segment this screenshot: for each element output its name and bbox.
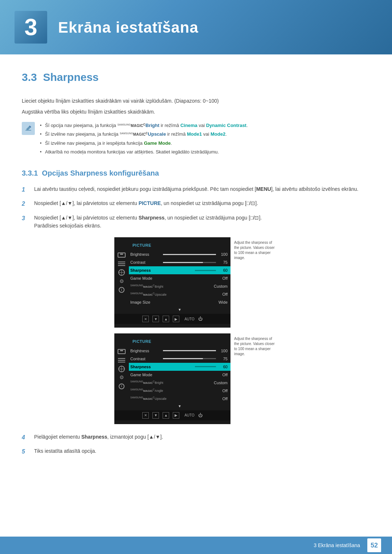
osd-btn-down: ▼ [152,316,159,322]
mode1-highlight: Mode1 [187,131,202,137]
screen-2-note: Adjust the sharpness of the picture. Val… [234,333,278,357]
osd-rows-2: Brightness 100 Contrast [129,347,230,410]
osd-row-magic-upscale: SAMSUNGMAGICCUpscale Off [129,290,230,298]
screen-1-note: Adjust the sharpness of the picture. Val… [234,237,278,260]
osd-row-game-mode-2: Game Mode Off [129,371,230,379]
osd-btn-enter: ▶ [173,316,179,322]
osd-footer-2: ✕ ▼ ▲ ▶ AUTO ⏻ [114,410,230,420]
brand-bright-label: SAMSUNGMAGICC [117,124,145,128]
intro-text-2: Augstāka vērtība liks objektu līnijām iz… [22,108,370,116]
osd-icons-col-1: ⚙ i [114,250,129,313]
note-item-1: Šī opcija nav pieejama, ja funkcija SAMS… [40,122,248,129]
cinema-highlight: Cinema [180,123,197,128]
svg-rect-0 [25,130,31,131]
subsection-title: 3.3.1 Opcijas Sharpness konfigurēšana [22,168,370,178]
osd-header-1: PICTURE [114,241,230,251]
brand-upscale-label: SAMSUNGMAGICC [120,132,148,136]
osd-row-image-size: Image Size Wide [129,298,230,306]
steps-list: 1 Lai atvērtu taustiņu ceļvedi, nospiedi… [22,185,370,230]
osd-body-2: ⚙ i Brightness [114,347,230,410]
osd-row-magic-upscale-2: SAMSUNGMAGICCUpscale Off [129,395,230,403]
osd-btn-x-2: ✕ [142,412,149,419]
osd-row-contrast: Contrast 75 [129,258,230,266]
note-item-3: Šī izvēlne nav pieejama, ja ir iespējota… [40,140,248,147]
note-box: Šī opcija nav pieejama, ja funkcija SAMS… [22,122,370,157]
dynamic-contrast-highlight: Dynamic Contrast [206,123,246,128]
osd-icon-info-2: i [117,382,127,390]
footer-page-number: 52 [367,538,381,552]
osd-icon-lines-2 [117,356,127,364]
intro-text-1: Lieciet objektu līnijām izskatīties skai… [22,97,370,105]
step-2: 2 Nospiediet [▲/▼], lai pārvietotos uz e… [22,199,370,209]
step-5: 5 Tiks iestatīta atlasītā opcija. [22,447,370,456]
osd-footer-1: ✕ ▼ ▲ ▶ AUTO ⏻ [114,314,230,324]
osd-row-magic-angle: SAMSUNGMAGICCAngle Off [129,387,230,395]
osd-btn-up: ▲ [163,316,169,322]
section-title: 3.3 Sharpness [22,69,370,88]
osd-row-magic-bright: SAMSUNGMAGICCBright Custom [129,282,230,290]
osd-icon-info: i [117,286,127,294]
screen-2-wrapper: PICTURE [114,333,278,424]
main-content: 3.3 Sharpness Lieciet objektu līnijām iz… [0,69,392,491]
mode2-highlight: Mode2 [211,131,225,137]
screen-1-wrapper: PICTURE [114,237,278,328]
note-list: Šī opcija nav pieejama, ja funkcija SAMS… [40,122,248,157]
step-1: 1 Lai atvērtu taustiņu ceļvedi, nospiedi… [22,185,370,194]
osd-icon-gear: ⚙ [117,277,127,285]
osd-screen-1: PICTURE [114,237,230,328]
osd-icon-monitor [117,251,127,259]
osd-chevron-1: ▼ [129,306,230,313]
osd-icon-globe [117,268,127,276]
game-mode-highlight: Game Mode [144,140,171,146]
osd-btn-up-2: ▲ [163,412,169,419]
osd-btn-down-2: ▼ [152,412,159,419]
osd-screen-2: PICTURE [114,333,230,424]
osd-chevron-2: ▼ [129,403,230,410]
osd-header-2: PICTURE [114,337,230,347]
osd-btn-x: ✕ [142,316,149,322]
osd-row-brightness: Brightness 100 [129,250,230,258]
note-item-4: Atkarībā no modeļa monitora funkcijas va… [40,148,248,156]
note-item-2: Šī izvēlne nav pieejama, ja funkcija SAM… [40,131,248,138]
osd-icons-col-2: ⚙ i [114,347,129,410]
page-footer: 3 Ekrāna iestatīšana 52 [0,537,392,554]
osd-rows-1: Brightness 100 Contrast [129,250,230,313]
osd-body-1: ⚙ i Brightness [114,250,230,313]
step-4: 4 Pielāgojiet elementu Sharpness, izmant… [22,433,370,442]
step-3-subtext: Parādīsies sekojošais ekrāns. [34,223,101,229]
steps-list-2: 4 Pielāgojiet elementu Sharpness, izmant… [22,433,370,456]
chapter-number: 3 [15,11,47,44]
note-icon [22,122,35,135]
osd-icon-monitor-2 [117,348,127,356]
osd-btn-enter-2: ▶ [173,412,179,419]
osd-icon-gear-2: ⚙ [117,374,127,382]
osd-row-sharpness: Sharpness 60 [129,266,230,274]
osd-row-contrast-2: Contrast 75 [129,355,230,363]
header-title: Ekrāna iestatīšana [58,16,199,39]
footer-text: 3 Ekrāna iestatīšana [314,542,360,549]
step-3: 3 Nospiediet [▲/▼], lai pārvietotos uz e… [22,214,370,230]
screens-container: PICTURE [22,237,370,424]
osd-icon-lines [117,260,127,268]
osd-row-magic-bright-2: SAMSUNGMAGICCBright Custom [129,379,230,387]
upscale-highlight: Upscale [148,131,166,137]
osd-row-brightness-2: Brightness 100 [129,347,230,355]
bright-highlight: Bright [146,123,159,128]
osd-icon-globe-2 [117,365,127,373]
pencil-icon [25,125,32,132]
osd-row-sharpness-2: Sharpness 60 [129,363,230,371]
osd-row-game-mode: Game Mode Off [129,274,230,282]
header-banner: 3 Ekrāna iestatīšana [0,0,392,54]
